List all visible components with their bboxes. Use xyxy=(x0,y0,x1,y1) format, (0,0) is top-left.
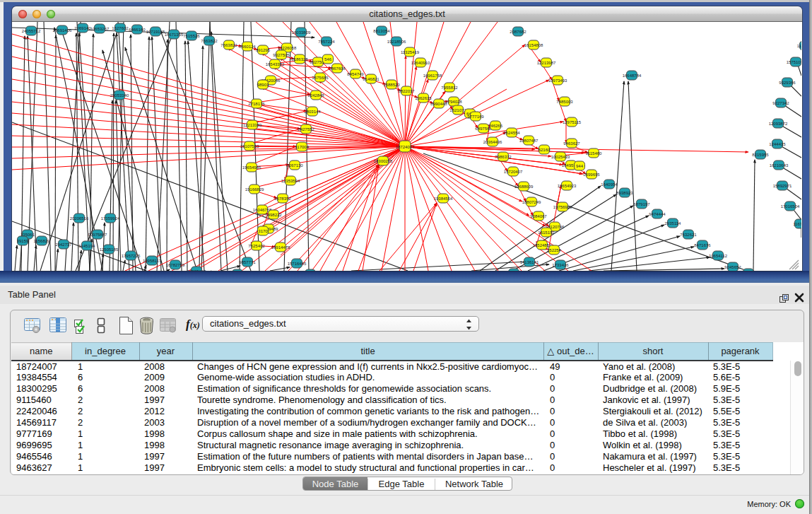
svg-text:7632621: 7632621 xyxy=(680,233,697,237)
svg-text:8454749: 8454749 xyxy=(347,72,364,76)
svg-text:8215955: 8215955 xyxy=(752,153,769,157)
svg-text:90975887: 90975887 xyxy=(88,233,107,237)
svg-text:10719155: 10719155 xyxy=(146,30,165,34)
svg-text:10807487: 10807487 xyxy=(519,139,539,143)
svg-text:26691406: 26691406 xyxy=(53,28,72,33)
svg-text:10973493: 10973493 xyxy=(548,78,567,83)
svg-text:746266: 746266 xyxy=(488,124,503,128)
svg-text:10654112: 10654112 xyxy=(709,254,728,258)
svg-text:15716485: 15716485 xyxy=(288,262,307,266)
svg-text:7625402: 7625402 xyxy=(248,244,265,248)
svg-text:116753: 116753 xyxy=(793,222,801,226)
svg-text:19166829: 19166829 xyxy=(245,187,264,192)
svg-text:10025433: 10025433 xyxy=(551,155,570,159)
svg-text:8471676: 8471676 xyxy=(694,243,711,247)
svg-text:3170: 3170 xyxy=(258,229,268,233)
svg-text:16543382: 16543382 xyxy=(266,62,285,66)
svg-text:12505185: 12505185 xyxy=(100,247,119,252)
svg-text:18724007: 18724007 xyxy=(396,145,415,149)
svg-text:12923468: 12923468 xyxy=(187,269,206,271)
svg-text:19384554: 19384554 xyxy=(434,197,453,201)
svg-text:9474444: 9474444 xyxy=(649,212,666,216)
svg-text:16107553: 16107553 xyxy=(240,144,259,148)
svg-text:17016504: 17016504 xyxy=(781,204,800,209)
svg-text:2942737: 2942737 xyxy=(55,243,72,247)
svg-text:8267130: 8267130 xyxy=(286,163,303,168)
svg-text:7663822: 7663822 xyxy=(220,43,237,47)
svg-text:1145194: 1145194 xyxy=(79,244,96,248)
svg-text:3675685: 3675685 xyxy=(312,76,329,80)
svg-text:62160: 62160 xyxy=(539,148,551,152)
svg-text:9245652: 9245652 xyxy=(724,265,741,269)
svg-text:8660124: 8660124 xyxy=(239,45,256,49)
svg-text:12213389: 12213389 xyxy=(243,123,262,127)
svg-text:10688609: 10688609 xyxy=(514,185,534,189)
svg-text:3624554: 3624554 xyxy=(503,131,520,135)
svg-text:6466160: 6466160 xyxy=(129,28,146,32)
svg-text:1362615: 1362615 xyxy=(415,96,432,100)
svg-text:1733426: 1733426 xyxy=(552,263,569,267)
svg-text:8678352: 8678352 xyxy=(274,197,291,201)
svg-text:18807249: 18807249 xyxy=(522,200,541,204)
svg-text:252254: 252254 xyxy=(547,248,562,252)
svg-text:39159: 39159 xyxy=(17,239,29,243)
svg-text:7857224: 7857224 xyxy=(318,40,335,44)
svg-text:98901: 98901 xyxy=(257,83,269,87)
svg-text:8813054: 8813054 xyxy=(373,29,390,33)
svg-text:12353594: 12353594 xyxy=(281,179,300,183)
svg-text:19756928: 19756928 xyxy=(553,205,572,209)
svg-text:1156829: 1156829 xyxy=(34,239,51,243)
svg-text:7485003: 7485003 xyxy=(556,100,573,104)
svg-text:7515526: 7515526 xyxy=(183,34,200,38)
svg-text:891295: 891295 xyxy=(256,48,271,52)
svg-text:9227342: 9227342 xyxy=(772,101,789,105)
svg-text:2803144: 2803144 xyxy=(304,110,321,114)
svg-text:1640954: 1640954 xyxy=(601,182,618,187)
svg-text:17957225: 17957225 xyxy=(122,254,141,258)
svg-text:16210643: 16210643 xyxy=(770,163,789,168)
svg-text:1244415: 1244415 xyxy=(769,142,786,146)
svg-text:16671355: 16671355 xyxy=(165,33,184,37)
svg-text:2087682: 2087682 xyxy=(510,30,526,34)
svg-text:2069140: 2069140 xyxy=(74,26,91,30)
svg-text:10958117: 10958117 xyxy=(143,259,162,263)
svg-text:15751074: 15751074 xyxy=(787,60,801,64)
svg-text:16961758: 16961758 xyxy=(423,74,442,78)
svg-text:8427552: 8427552 xyxy=(298,127,314,132)
svg-text:11325419: 11325419 xyxy=(401,50,420,54)
svg-text:16033809: 16033809 xyxy=(292,30,311,35)
svg-text:16648784: 16648784 xyxy=(623,74,642,78)
svg-text:10653267: 10653267 xyxy=(90,27,110,31)
svg-text:8822037: 8822037 xyxy=(398,89,415,93)
svg-text:20364436: 20364436 xyxy=(483,140,502,144)
svg-text:9327505: 9327505 xyxy=(273,53,290,57)
svg-text:1112843: 1112843 xyxy=(797,44,801,48)
svg-text:9242848: 9242848 xyxy=(307,93,324,98)
svg-text:13640910: 13640910 xyxy=(411,61,430,65)
svg-text:9115460: 9115460 xyxy=(586,151,603,156)
svg-text:6794028: 6794028 xyxy=(445,100,462,104)
svg-text:1621072: 1621072 xyxy=(449,108,466,112)
svg-text:17359924: 17359924 xyxy=(101,216,120,221)
svg-text:9463627: 9463627 xyxy=(563,141,580,146)
svg-text:9857771: 9857771 xyxy=(239,260,256,264)
svg-text:15720407: 15720407 xyxy=(504,170,523,174)
svg-text:16154808: 16154808 xyxy=(524,43,543,47)
svg-text:19654923: 19654923 xyxy=(558,184,577,188)
svg-text:7663822: 7663822 xyxy=(201,39,218,43)
svg-text:24055712: 24055712 xyxy=(22,29,41,33)
svg-text:12975115: 12975115 xyxy=(563,120,582,124)
svg-text:1588520: 1588520 xyxy=(383,83,400,87)
svg-text:5498222: 5498222 xyxy=(265,213,282,217)
svg-text:19218506: 19218506 xyxy=(387,40,406,44)
svg-text:18300295: 18300295 xyxy=(374,159,393,163)
svg-text:19654985: 19654985 xyxy=(242,165,261,170)
svg-text:29053340: 29053340 xyxy=(110,93,129,98)
svg-text:7955812: 7955812 xyxy=(441,86,458,90)
svg-text:12093872: 12093872 xyxy=(769,122,788,126)
svg-text:7986372: 7986372 xyxy=(495,155,512,159)
svg-text:12213987: 12213987 xyxy=(537,61,556,65)
svg-text:9329366: 9329366 xyxy=(779,81,796,85)
svg-text:2718176: 2718176 xyxy=(248,102,265,106)
svg-text:16782759: 16782759 xyxy=(166,263,185,267)
